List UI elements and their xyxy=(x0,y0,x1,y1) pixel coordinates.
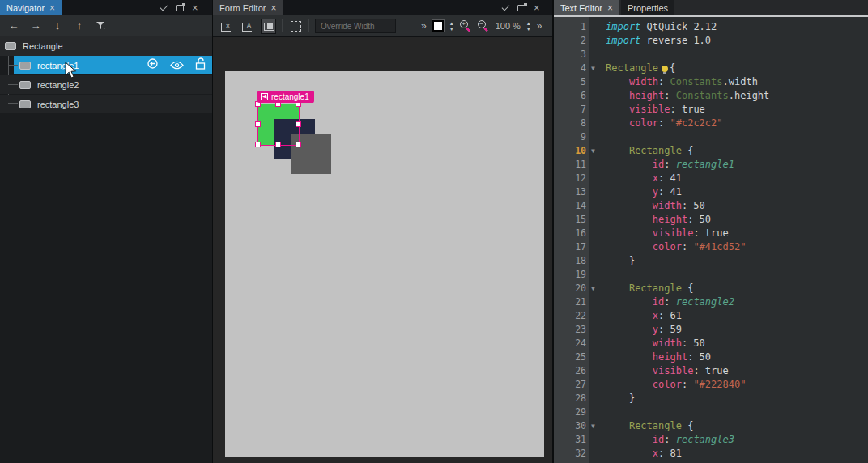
code-line-23[interactable]: 23 y: 59 xyxy=(554,323,868,337)
navigator-item-rectangle3[interactable]: rectangle3 xyxy=(0,95,212,113)
close-icon[interactable]: × xyxy=(534,2,540,13)
code-text: Rectangle { xyxy=(606,419,693,433)
lightbulb-hint-icon[interactable] xyxy=(662,66,668,72)
selection-handle[interactable] xyxy=(275,142,281,147)
code-line-1[interactable]: 1import QtQuick 2.12 xyxy=(554,20,868,34)
zoom-out-icon[interactable]: − xyxy=(478,20,490,32)
overflow-chevron-icon[interactable]: » xyxy=(421,20,427,32)
code-editor[interactable]: 1import QtQuick 2.122import reverse 1.03… xyxy=(554,17,868,463)
line-number: 19 xyxy=(554,268,586,282)
code-line-14[interactable]: 14 width: 50 xyxy=(554,199,868,213)
navigator-root-item[interactable]: Rectangle xyxy=(0,36,212,56)
close-icon[interactable]: × xyxy=(192,2,198,13)
visibility-eye-icon[interactable] xyxy=(170,58,184,73)
code-line-29[interactable]: 29 xyxy=(554,406,868,419)
override-width-input[interactable] xyxy=(315,19,396,33)
code-line-32[interactable]: 32 x: 81 xyxy=(554,447,868,461)
code-line-18[interactable]: 18 } xyxy=(554,254,868,268)
line-number: 10 xyxy=(554,144,586,158)
code-line-2[interactable]: 2import reverse 1.0 xyxy=(554,34,868,48)
forward-arrow-icon[interactable]: → xyxy=(28,19,43,33)
zoom-in-icon[interactable]: + xyxy=(460,20,472,32)
zoom-stepper[interactable]: ▲▼ xyxy=(526,21,531,32)
code-line-15[interactable]: 15 height: 50 xyxy=(554,213,868,227)
swatch-stepper[interactable]: ▲▼ xyxy=(449,21,454,32)
code-line-8[interactable]: 8 color: "#c2c2c2" xyxy=(554,117,868,130)
tab-close-icon[interactable]: × xyxy=(49,2,55,14)
selection-label-tag[interactable]: rectangle1 xyxy=(257,91,314,103)
code-line-19[interactable]: 19 xyxy=(554,268,868,282)
tree-connector-line xyxy=(8,65,18,66)
chevron-down-icon[interactable] xyxy=(502,2,510,11)
code-text: import QtQuick 2.12 xyxy=(606,20,717,34)
no-snapping-button[interactable]: × xyxy=(219,19,234,34)
selection-box[interactable]: rectangle1 xyxy=(257,104,300,146)
snap-to-anchors-button[interactable]: A xyxy=(240,19,255,34)
unlocked-padlock-icon[interactable] xyxy=(195,57,206,73)
overflow-chevron-icon[interactable]: » xyxy=(537,20,542,32)
canvas-color-swatch[interactable] xyxy=(432,20,444,32)
code-line-5[interactable]: 5 width: Constants.width xyxy=(554,75,868,89)
snap-to-parent-sibling-button[interactable] xyxy=(261,19,276,34)
navigator-item-list: rectangle1rectangle2rectangle3 xyxy=(0,56,212,114)
tab-form-editor-label: Form Editor xyxy=(219,3,266,13)
tab-navigator[interactable]: Navigator × xyxy=(0,0,62,15)
code-line-22[interactable]: 22 x: 61 xyxy=(554,309,868,323)
move-up-icon[interactable]: ↑ xyxy=(72,19,87,33)
form-editor-window-icons: × xyxy=(502,0,540,15)
code-line-17[interactable]: 17 color: "#41cd52" xyxy=(554,240,868,254)
code-line-11[interactable]: 11 id: rectangle1 xyxy=(554,158,868,172)
code-line-26[interactable]: 26 visible: true xyxy=(554,364,868,378)
tab-form-editor[interactable]: Form Editor × xyxy=(213,0,283,15)
code-line-24[interactable]: 24 width: 50 xyxy=(554,337,868,350)
code-line-9[interactable]: 9 xyxy=(554,130,868,144)
code-line-16[interactable]: 16 visible: true xyxy=(554,227,868,240)
line-number: 17 xyxy=(554,240,586,254)
selection-handle[interactable] xyxy=(255,142,261,147)
code-line-27[interactable]: 27 color: "#222840" xyxy=(554,378,868,392)
code-line-12[interactable]: 12 x: 41 xyxy=(554,172,868,185)
selection-handle[interactable] xyxy=(296,142,301,147)
line-number: 21 xyxy=(554,295,586,309)
code-line-6[interactable]: 6 height: Constants.height xyxy=(554,89,868,103)
code-line-30[interactable]: 30▼ Rectangle { xyxy=(554,419,868,433)
back-arrow-icon[interactable]: ← xyxy=(6,19,21,33)
tab-close-icon[interactable]: × xyxy=(607,2,613,14)
chevron-down-icon[interactable] xyxy=(160,2,168,11)
code-line-25[interactable]: 25 height: 50 xyxy=(554,350,868,364)
tab-close-icon[interactable]: × xyxy=(270,2,276,14)
navigator-item-rectangle1[interactable]: rectangle1 xyxy=(14,56,212,74)
line-number: 3 xyxy=(554,48,586,62)
code-text: visible: true xyxy=(606,227,729,240)
float-panel-icon[interactable] xyxy=(176,5,184,11)
show-bounding-rectangles-button[interactable] xyxy=(288,19,303,33)
code-text: } xyxy=(606,254,635,268)
navigator-item-rectangle2[interactable]: rectangle2 xyxy=(0,75,212,94)
code-text: visible: true xyxy=(606,103,705,117)
form-editor-canvas[interactable]: rectangle1 xyxy=(225,71,544,457)
code-line-28[interactable]: 28 } xyxy=(554,392,868,406)
code-line-13[interactable]: 13 y: 41 xyxy=(554,185,868,199)
fold-marker-icon[interactable]: ▼ xyxy=(591,144,602,158)
filter-icon[interactable] xyxy=(94,19,108,33)
fold-marker-icon[interactable]: ▼ xyxy=(591,282,602,295)
code-text: import reverse 1.0 xyxy=(606,34,711,48)
fold-marker-icon[interactable]: ▼ xyxy=(591,419,602,433)
no-snap-x-glyph: × xyxy=(226,22,230,30)
selection-handle[interactable] xyxy=(255,121,261,127)
code-line-4[interactable]: 4▼Rectangle{ xyxy=(554,62,868,75)
tab-text-editor[interactable]: Text Editor × xyxy=(554,0,619,15)
move-down-icon[interactable]: ↓ xyxy=(50,19,65,33)
tab-properties[interactable]: Properties xyxy=(621,0,674,15)
code-line-20[interactable]: 20▼ Rectangle { xyxy=(554,282,868,295)
code-line-21[interactable]: 21 id: rectangle2 xyxy=(554,295,868,309)
fold-marker-icon[interactable]: ▼ xyxy=(591,62,602,75)
selection-handle[interactable] xyxy=(296,121,301,127)
code-line-31[interactable]: 31 id: rectangle3 xyxy=(554,433,868,447)
code-line-7[interactable]: 7 visible: true xyxy=(554,103,868,117)
navigator-root-label: Rectangle xyxy=(23,41,63,51)
code-line-10[interactable]: 10▼ Rectangle { xyxy=(554,144,868,158)
float-panel-icon[interactable] xyxy=(517,5,525,11)
locate-in-editor-icon[interactable] xyxy=(147,57,159,73)
code-line-3[interactable]: 3 xyxy=(554,48,868,62)
